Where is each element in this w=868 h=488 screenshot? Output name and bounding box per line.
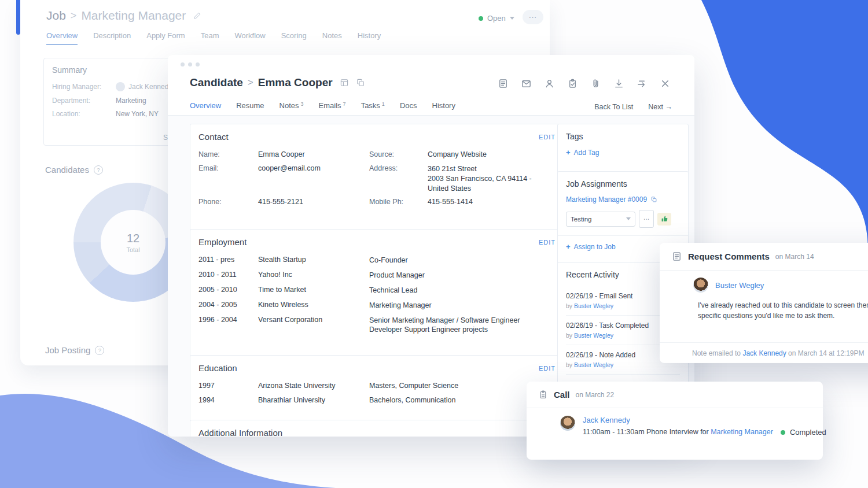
request-comments-title: Request Comments <box>688 252 770 261</box>
next-record-link[interactable]: Next → <box>648 103 672 111</box>
field-email: Email:cooper@email.com <box>198 164 369 198</box>
job-status-dropdown[interactable]: Open <box>479 14 514 23</box>
status-dot-icon <box>781 430 785 435</box>
employment-edit-button[interactable]: EDIT <box>539 239 556 246</box>
job-breadcrumb-root: Job <box>46 9 66 23</box>
tab-tasks[interactable]: Tasks1 <box>361 101 385 116</box>
comment-text: I've already reached out to this candida… <box>698 300 868 321</box>
employment-company: Kineto Wireless <box>258 301 369 310</box>
call-title: Call <box>554 390 570 400</box>
candidate-breadcrumb-root: Candidate <box>190 76 243 89</box>
employment-company: Yahoo! Inc <box>258 271 369 280</box>
employment-company: Stealth Startup <box>258 256 369 265</box>
copy-icon <box>650 196 657 203</box>
tab-emails[interactable]: Emails7 <box>319 101 346 116</box>
help-icon[interactable]: ? <box>94 165 103 175</box>
tags-title: Tags <box>566 132 680 141</box>
tab-resume[interactable]: Resume <box>236 101 264 116</box>
task-icon[interactable] <box>567 78 578 89</box>
candidate-toolbar <box>498 78 671 89</box>
stage-more-button[interactable]: ... <box>639 210 654 228</box>
user-icon[interactable] <box>544 78 555 89</box>
job-tab-history[interactable]: History <box>358 31 381 45</box>
employment-role: Product Manager <box>369 271 556 280</box>
activity-author-link[interactable]: Buster Wegley <box>574 361 613 368</box>
call-job-link[interactable]: Marketing Manager <box>711 428 773 436</box>
decor-blob-top-right <box>694 0 868 260</box>
remove-icon[interactable] <box>660 78 671 89</box>
job-more-button[interactable]: ... <box>523 10 543 24</box>
attachment-icon[interactable] <box>590 78 601 89</box>
contact-edit-button[interactable]: EDIT <box>539 134 556 141</box>
edit-pencil-icon[interactable] <box>193 12 201 20</box>
copy-icon[interactable] <box>356 78 365 87</box>
job-tab-description[interactable]: Description <box>93 31 131 45</box>
education-year: 1994 <box>198 396 258 405</box>
employment-company: Time to Market <box>258 286 369 295</box>
education-year: 1997 <box>198 382 258 390</box>
candidate-tabs: Overview Resume Notes3 Emails7 Tasks1 Do… <box>190 101 455 116</box>
help-icon[interactable]: ? <box>95 346 104 355</box>
field-name: Name:Emma Cooper <box>198 150 369 158</box>
employment-role: Technical Lead <box>369 286 556 295</box>
job-tab-notes[interactable]: Notes <box>322 31 342 45</box>
call-detail: 11:00am - 11:30am Phone Interview for Ma… <box>583 428 773 436</box>
candidate-window: Candidate > Emma Cooper Overview Resume … <box>168 55 694 437</box>
interviewer-link[interactable]: Jack Kennedy <box>583 416 773 424</box>
employment-role: Senior Marketing Manager / Software Engi… <box>369 316 556 334</box>
stage-select[interactable]: Testing <box>566 212 635 227</box>
job-tab-team[interactable]: Team <box>201 31 219 45</box>
job-tab-workflow[interactable]: Workflow <box>234 31 265 45</box>
plus-icon: + <box>566 242 571 251</box>
education-edit-button[interactable]: EDIT <box>539 365 556 372</box>
additional-info-title: Additional Information <box>198 428 282 437</box>
mail-icon[interactable] <box>521 78 532 89</box>
tab-history[interactable]: History <box>432 101 455 116</box>
download-icon[interactable] <box>613 78 624 89</box>
phone-link[interactable]: 415-555-2121 <box>258 198 303 206</box>
resume-preview-icon[interactable] <box>340 78 349 87</box>
email-link[interactable]: cooper@email.com <box>258 164 321 198</box>
request-comments-card: Request Comments on March 14 Buster Wegl… <box>660 243 868 363</box>
job-breadcrumb: Job > Marketing Manager <box>46 9 201 23</box>
avatar <box>560 416 575 431</box>
additional-info-section: Additional Information EDIT <box>190 420 568 437</box>
activity-author-link[interactable]: Buster Wegley <box>574 332 613 339</box>
tab-docs[interactable]: Docs <box>400 101 417 116</box>
mobile-link[interactable]: 415-555-1414 <box>428 198 473 206</box>
donut-total-value: 12 <box>127 232 139 245</box>
job-status-label: Open <box>487 14 506 23</box>
screen: Job > Marketing Manager Open ... Overvie… <box>0 0 868 488</box>
note-emailed-footer: Note emailed to Jack Kennedy on March 14… <box>660 342 868 357</box>
back-to-list-link[interactable]: Back To List <box>594 103 633 111</box>
employment-period: 2005 - 2010 <box>198 286 258 295</box>
author-link[interactable]: Buster Wegley <box>715 281 764 290</box>
contact-title: Contact <box>198 132 229 142</box>
job-posting-section-title: Job Posting ? <box>45 345 104 355</box>
field-source: Source:Company Website <box>369 150 556 158</box>
submit-icon[interactable] <box>637 78 648 89</box>
employment-period: 2011 - pres <box>198 256 258 265</box>
tab-overview[interactable]: Overview <box>190 101 221 116</box>
add-tag-button[interactable]: + Add Tag <box>566 148 680 157</box>
note-icon[interactable] <box>498 78 509 89</box>
thumbs-up-icon[interactable] <box>657 213 671 225</box>
field-mobile: Mobile Ph:415-555-1414 <box>369 198 556 206</box>
breadcrumb-separator: > <box>248 77 253 88</box>
note-icon <box>671 251 682 262</box>
footer-recipient-link[interactable]: Jack Kennedy <box>742 349 786 357</box>
education-title: Education <box>198 363 237 373</box>
field-phone: Phone:415-555-2121 <box>198 198 369 206</box>
status-dot-icon <box>479 16 483 21</box>
job-breadcrumb-current: Marketing Manager <box>81 9 186 23</box>
job-tab-overview[interactable]: Overview <box>46 31 78 45</box>
job-tab-apply-form[interactable]: Apply Form <box>146 31 185 45</box>
employment-company: Versant Corporation <box>258 316 369 334</box>
tab-notes[interactable]: Notes3 <box>279 101 304 116</box>
assigned-job-link[interactable]: Marketing Manager #0009 <box>566 195 680 204</box>
employment-section: Employment EDIT 2011 - presStealth Start… <box>190 229 568 367</box>
activity-author-link[interactable]: Buster Wegley <box>574 302 613 309</box>
job-tab-scoring[interactable]: Scoring <box>281 31 307 45</box>
record-navigation: Back To List Next → <box>594 103 672 111</box>
chevron-down-icon <box>510 17 514 20</box>
